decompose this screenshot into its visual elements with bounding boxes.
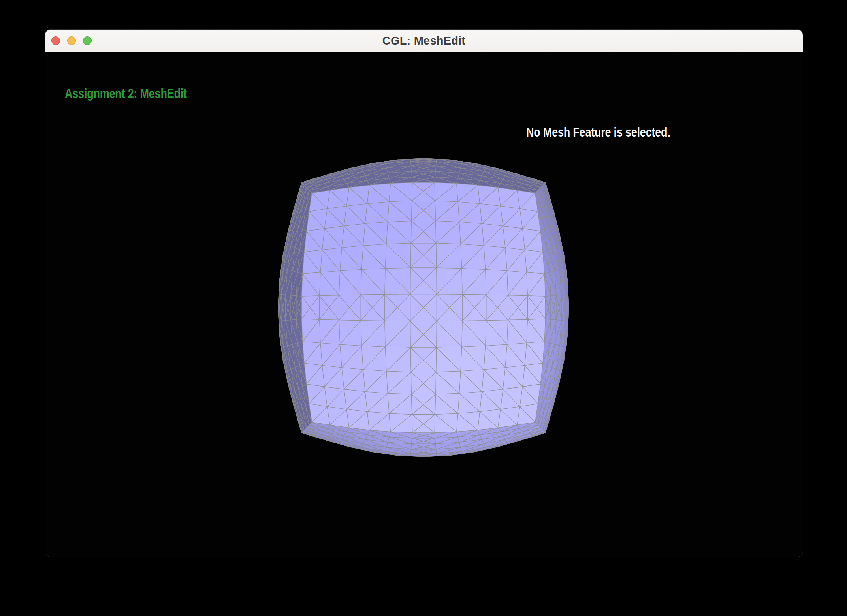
title-bar: CGL: MeshEdit	[45, 30, 803, 52]
zoom-button[interactable]	[83, 36, 92, 45]
mesh-canvas[interactable]	[45, 52, 803, 557]
mesh-viewport[interactable]: Assignment 2: MeshEdit No Mesh Feature i…	[45, 52, 803, 557]
status-message: No Mesh Feature is selected.	[526, 126, 670, 139]
app-window: CGL: MeshEdit Assignment 2: MeshEdit No …	[45, 30, 803, 557]
assignment-title: Assignment 2: MeshEdit	[65, 87, 187, 100]
close-button[interactable]	[51, 36, 60, 45]
traffic-lights	[51, 30, 92, 52]
window-title: CGL: MeshEdit	[382, 34, 465, 47]
minimize-button[interactable]	[67, 36, 76, 45]
